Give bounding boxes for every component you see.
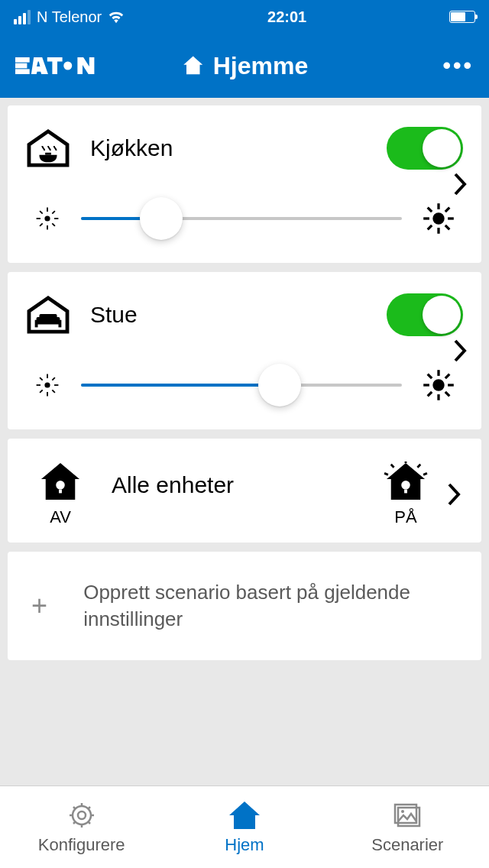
svg-point-38 <box>432 379 444 390</box>
chevron-right-icon[interactable] <box>452 171 469 197</box>
status-right <box>449 11 475 23</box>
all-devices-title: Alle enheter <box>95 472 371 498</box>
tab-label: Hjem <box>225 835 264 855</box>
svg-line-63 <box>88 821 90 824</box>
svg-line-36 <box>40 390 43 393</box>
bright-icon <box>422 368 455 402</box>
chevron-right-icon[interactable] <box>452 338 469 364</box>
svg-point-57 <box>78 811 86 819</box>
svg-rect-26 <box>35 320 38 328</box>
more-menu-icon[interactable]: ••• <box>442 53 474 79</box>
svg-line-52 <box>391 465 394 468</box>
svg-point-16 <box>432 212 444 224</box>
svg-line-24 <box>445 208 450 212</box>
svg-rect-0 <box>15 57 30 63</box>
svg-rect-28 <box>39 314 57 319</box>
svg-line-15 <box>52 211 55 214</box>
home-icon <box>226 800 263 831</box>
svg-line-23 <box>428 225 432 230</box>
gear-icon <box>63 800 100 831</box>
svg-line-44 <box>445 392 450 397</box>
svg-point-68 <box>401 810 404 813</box>
svg-line-14 <box>40 223 43 226</box>
svg-rect-4 <box>52 57 57 74</box>
plus-icon: + <box>26 590 53 622</box>
svg-point-29 <box>44 382 50 387</box>
svg-line-12 <box>40 211 43 214</box>
carrier-label: N Telenor <box>37 8 102 26</box>
create-scenario-label: Opprett scenario basert på gjeldende inn… <box>83 579 463 633</box>
status-time: 22:01 <box>267 8 306 26</box>
svg-line-13 <box>52 223 55 226</box>
room-card-kjokken: Kjøkken <box>8 105 481 263</box>
signal-icon <box>14 10 31 24</box>
dim-icon <box>34 205 61 232</box>
page-title: Hjemme <box>213 52 309 80</box>
home-icon <box>181 54 206 77</box>
tab-label: Scenarier <box>371 835 443 855</box>
room-title: Stue <box>90 302 367 328</box>
tab-home[interactable]: Hjem <box>163 786 325 868</box>
tab-scenarios[interactable]: Scenarier <box>326 786 489 868</box>
kitchen-icon <box>26 128 70 168</box>
battery-icon <box>449 11 475 23</box>
brightness-slider-stue[interactable] <box>81 384 402 387</box>
svg-line-34 <box>40 377 43 381</box>
header-title-group: Hjemme <box>181 52 309 80</box>
tab-label: Konfigurere <box>38 835 125 855</box>
all-on-button[interactable]: PÅ <box>371 462 440 527</box>
house-on-icon <box>384 462 428 501</box>
svg-point-7 <box>44 215 50 221</box>
create-scenario-button[interactable]: + Opprett scenario basert på gjeldende i… <box>8 552 481 660</box>
svg-line-53 <box>417 465 420 468</box>
svg-line-64 <box>73 821 76 824</box>
tab-bar: Konfigurere Hjem Scenarier <box>0 785 489 868</box>
eaton-logo <box>15 53 99 78</box>
all-off-button[interactable]: AV <box>26 462 95 527</box>
brightness-slider-kjokken[interactable] <box>81 217 402 220</box>
svg-line-46 <box>445 374 450 379</box>
off-label: AV <box>50 507 71 527</box>
svg-line-22 <box>445 225 450 230</box>
svg-line-55 <box>423 473 427 474</box>
svg-rect-50 <box>404 490 407 494</box>
svg-line-62 <box>73 807 76 809</box>
room-card-stue: Stue <box>8 272 481 429</box>
svg-rect-1 <box>15 63 27 69</box>
svg-rect-48 <box>59 490 62 494</box>
svg-point-47 <box>56 481 65 490</box>
dim-icon <box>34 371 61 399</box>
svg-line-43 <box>428 374 432 379</box>
on-label: PÅ <box>394 507 416 527</box>
gallery-icon <box>389 800 426 831</box>
house-off-icon <box>38 462 83 501</box>
tab-configure[interactable]: Konfigurere <box>0 786 163 868</box>
svg-line-54 <box>384 473 388 474</box>
svg-rect-27 <box>58 320 61 328</box>
status-left: N Telenor <box>14 8 125 26</box>
content-area: Kjøkken Stue <box>0 98 489 668</box>
wifi-icon <box>108 10 125 24</box>
svg-point-49 <box>401 481 410 490</box>
svg-rect-2 <box>15 69 30 74</box>
room-toggle-stue[interactable] <box>387 293 463 336</box>
room-title: Kjøkken <box>90 135 367 161</box>
svg-line-35 <box>52 390 55 393</box>
svg-line-21 <box>428 208 432 212</box>
all-devices-card: AV Alle enheter PÅ <box>8 439 481 542</box>
livingroom-icon <box>26 295 70 335</box>
chevron-right-icon[interactable] <box>446 481 463 507</box>
app-header: Hjemme ••• <box>0 34 489 98</box>
svg-rect-6 <box>45 153 51 155</box>
svg-line-45 <box>428 392 432 397</box>
svg-line-37 <box>52 377 55 381</box>
svg-line-65 <box>88 807 90 809</box>
room-toggle-kjokken[interactable] <box>387 127 463 170</box>
bright-icon <box>422 202 455 235</box>
status-bar: N Telenor 22:01 <box>0 0 489 34</box>
svg-point-5 <box>63 62 72 70</box>
